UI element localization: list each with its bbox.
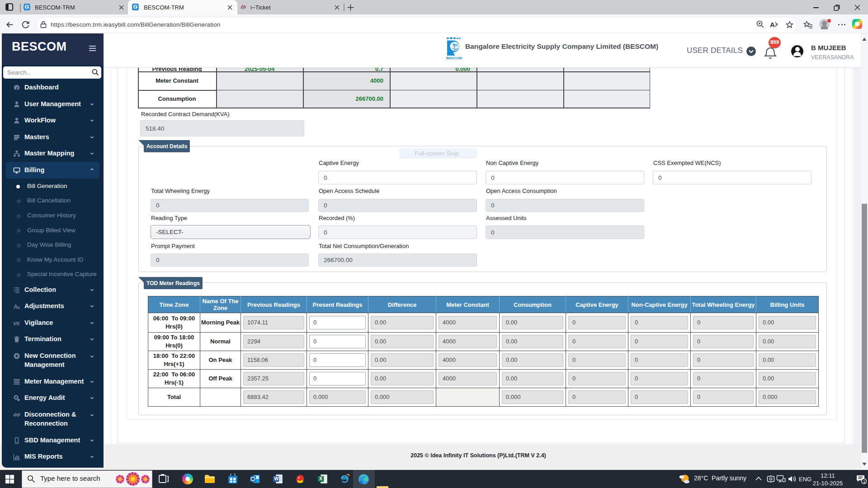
svg-text:VK: VK [13, 320, 20, 326]
svg-text:A: A [17, 305, 20, 310]
svg-text:1: 1 [863, 479, 865, 484]
svg-text:X: X [319, 476, 322, 481]
svg-text:BESCOM: BESCOM [446, 56, 462, 60]
svg-text:W: W [274, 476, 278, 481]
